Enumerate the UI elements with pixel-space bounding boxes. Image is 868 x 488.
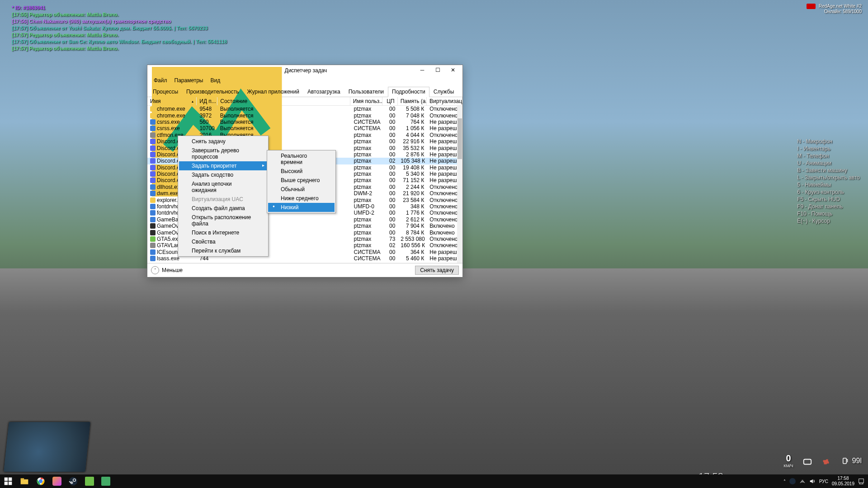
menu-item[interactable]: Вид — [207, 76, 224, 84]
tab-strip[interactable]: ПроцессыПроизводительностьЖурнал приложе… — [147, 86, 462, 97]
context-menu-item[interactable]: Открыть расположение файла — [179, 213, 267, 228]
context-menu-item[interactable]: Ниже среднего — [268, 194, 335, 203]
process-icon — [150, 184, 156, 190]
titlebar[interactable]: Диспетчер задач ─ ☐ ✕ — [147, 65, 462, 75]
scrollbar-thumb[interactable] — [458, 118, 462, 159]
chat-line: [17:57] Объявление от Sun Ce: Куплю авто… — [12, 38, 227, 45]
process-icon — [150, 249, 156, 255]
context-menu-item: Виртуализация UAC — [179, 195, 267, 204]
context-menu-item[interactable]: Снять задачу — [179, 137, 267, 146]
context-menu-item[interactable]: Свойства — [179, 237, 267, 246]
context-menu-item[interactable]: Низкий — [268, 203, 335, 212]
chevron-up-icon: ˄ — [151, 266, 159, 274]
chat-line: [17:56] Chen Nakamuro (980) заглушил(а) … — [12, 18, 227, 25]
tab[interactable]: Процессы — [149, 87, 182, 97]
process-icon — [150, 152, 156, 157]
context-menu-priority[interactable]: Реального времениВысокийВыше среднегоОбы… — [267, 150, 336, 213]
process-icon — [150, 178, 156, 183]
process-icon — [150, 230, 156, 235]
table-row[interactable]: chrome.exe 9548Выполняется ptzmax00 5 50… — [147, 106, 462, 112]
context-menu-item[interactable]: Реального времени — [268, 151, 335, 167]
end-task-button[interactable]: Снять задачу — [415, 266, 459, 275]
context-menu-item[interactable]: Обычный — [268, 185, 335, 194]
process-icon — [150, 171, 156, 177]
process-icon — [150, 132, 156, 138]
process-icon — [150, 165, 156, 170]
tab[interactable]: Производительность — [182, 87, 243, 97]
window-title: Диспетчер задач — [284, 67, 415, 74]
process-icon — [150, 191, 156, 196]
process-icon — [150, 236, 156, 242]
chat-line: * ID: #1863941 — [12, 5, 227, 11]
process-icon — [150, 113, 156, 118]
scrollbar[interactable] — [457, 106, 462, 263]
game-road — [0, 268, 651, 366]
context-menu-item[interactable]: Завершить дерево процессов — [179, 146, 267, 161]
fewer-details-button[interactable]: ˄ Меньше — [151, 266, 183, 274]
process-icon — [150, 256, 156, 261]
process-icon — [150, 145, 156, 151]
column-headers[interactable]: Имя▴ ИД п... Состояние Имя польз... ЦП П… — [147, 97, 462, 106]
context-menu-item[interactable]: Задать приоритет — [179, 161, 267, 170]
tab[interactable]: Пользователи — [344, 87, 388, 97]
process-icon — [150, 223, 156, 229]
tab[interactable]: Автозагрузка — [303, 87, 344, 97]
footer: ˄ Меньше Снять задачу — [147, 263, 462, 277]
tab[interactable]: Журнал приложений — [243, 87, 303, 97]
menu-item[interactable]: Файл — [150, 76, 171, 84]
context-menu-item[interactable]: Анализ цепочки ожидания — [179, 179, 267, 195]
chat-line: [17:57] Редактор объявления: Mattia Brun… — [12, 45, 227, 52]
process-icon — [150, 126, 156, 131]
process-icon — [150, 119, 156, 125]
chat-line: [17:57] Редактор объявления: Mattia Brun… — [12, 32, 227, 38]
menu-item[interactable]: Параметры — [171, 76, 207, 84]
chat-line: [17:57] Объявление от Yoshi Sakata: Купл… — [12, 25, 227, 32]
context-menu-item[interactable]: Выше среднего — [268, 176, 335, 185]
process-icon — [150, 158, 156, 164]
taskmgr-icon — [151, 67, 282, 74]
minimize-button[interactable]: ─ — [415, 66, 430, 75]
process-icon — [150, 106, 156, 112]
context-menu-item[interactable]: Высокий — [268, 167, 335, 176]
context-menu-process[interactable]: Снять задачуЗавершить дерево процессовЗа… — [178, 136, 269, 257]
chat-line: [17:55] Редактор объявления: Mattia Brun… — [12, 11, 227, 18]
process-icon — [150, 197, 156, 203]
close-button[interactable]: ✕ — [445, 66, 461, 75]
tab[interactable]: Службы — [429, 87, 458, 97]
table-row[interactable]: csrss.exe 10700Выполняется СИСТЕМА00 1 0… — [147, 125, 462, 131]
context-menu-item[interactable]: Поиск в Интернете — [179, 228, 267, 237]
maximize-button[interactable]: ☐ — [430, 66, 445, 75]
process-icon — [150, 204, 156, 209]
chat-log: * ID: #1863941[17:55] Редактор объявлени… — [12, 5, 227, 52]
table-row[interactable]: chrome.exe 3972Выполняется ptzmax00 7 04… — [147, 112, 462, 118]
context-menu-item[interactable]: Создать файл дампа — [179, 204, 267, 213]
context-menu-item[interactable]: Перейти к службам — [179, 246, 267, 255]
tab[interactable]: Подробности — [388, 87, 429, 97]
table-row[interactable]: csrss.exe 560Выполняется СИСТЕМА00 764 К… — [147, 119, 462, 125]
process-icon — [150, 139, 156, 144]
context-menu-item[interactable]: Задать сходство — [179, 170, 267, 179]
process-icon — [150, 210, 156, 216]
process-icon — [150, 217, 156, 222]
menu-bar[interactable]: ФайлПараметрыВид — [147, 75, 462, 86]
process-icon — [150, 243, 156, 248]
